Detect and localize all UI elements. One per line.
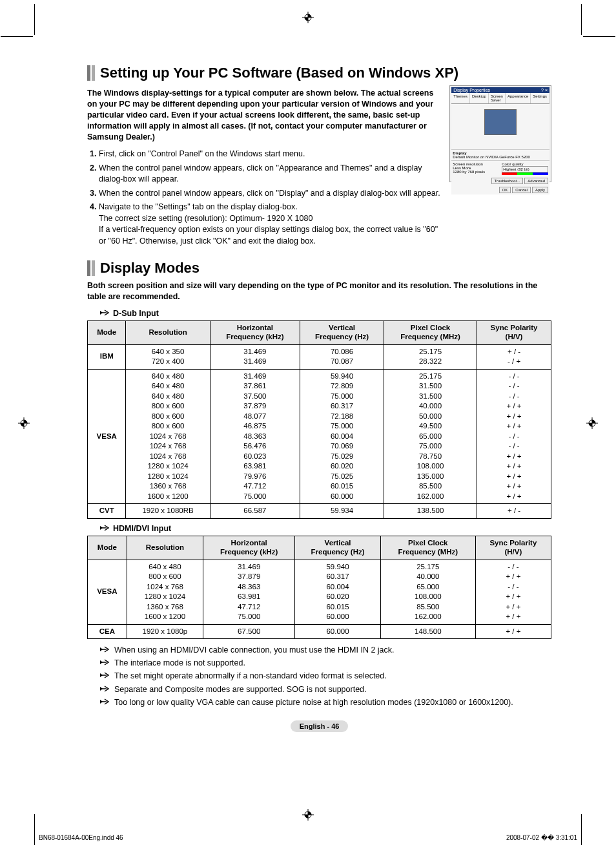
col-header: Vertical Frequency (Hz) <box>300 321 384 345</box>
registration-mark-icon <box>302 809 314 823</box>
col-header: Vertical Frequency (Hz) <box>295 536 381 560</box>
col-header: Mode <box>88 536 127 560</box>
dsub-table: ModeResolutionHorizontal Frequency (kHz)… <box>87 320 551 519</box>
data-cell: 59.94060.31760.00460.02060.01560.000 <box>295 560 381 624</box>
note-item: The interlace mode is not supported. <box>100 657 551 669</box>
step-item: Navigate to the "Settings" tab on the di… <box>99 202 442 247</box>
step-item: When the control panel window appears, c… <box>99 188 442 200</box>
data-cell: 1920 x 1080RB <box>126 504 210 519</box>
col-header: Sync Polarity (H/V) <box>475 536 551 560</box>
data-cell: + / -- / + <box>477 344 551 369</box>
data-cell: 25.17531.50031.50040.00050.00049.50065.0… <box>384 369 477 504</box>
notes-list: When using an HDMI/DVI cable connection,… <box>100 644 551 708</box>
data-cell: 59.94072.80975.00060.31772.18875.00060.0… <box>300 369 384 504</box>
hdmi-table: ModeResolutionHorizontal Frequency (kHz)… <box>87 536 551 639</box>
arrow-icon <box>100 524 109 533</box>
arrow-icon <box>100 309 109 318</box>
data-cell: 31.46931.469 <box>210 344 300 369</box>
step-item: When the control panel window appears, c… <box>99 163 442 185</box>
steps-list: First, click on "Control Panel" on the W… <box>87 149 442 247</box>
data-cell: - / -- / -- / -+ / ++ / ++ / +- / -- / -… <box>477 369 551 504</box>
data-cell: 31.46937.86137.50037.87948.07746.87548.3… <box>210 369 300 504</box>
mode-cell: VESA <box>88 369 126 504</box>
data-cell: 1920 x 1080p <box>127 624 203 639</box>
data-cell: 640 x 480640 x 480640 x 480800 x 600800 … <box>126 369 210 504</box>
data-cell: 66.587 <box>210 504 300 519</box>
col-header: Sync Polarity (H/V) <box>477 321 551 345</box>
note-item: When using an HDMI/DVI cable connection,… <box>100 644 551 656</box>
mode-cell: CEA <box>88 624 127 639</box>
data-cell: - / -+ / +- / -+ / ++ / ++ / + <box>475 560 551 624</box>
data-cell: 640 x 480800 x 6001024 x 7681280 x 10241… <box>127 560 203 624</box>
intro-text: The Windows display-settings for a typic… <box>87 88 442 142</box>
section-marker-icon <box>87 260 95 276</box>
data-cell: 640 x 350720 x 400 <box>126 344 210 369</box>
col-header: Pixel Clock Frequency (MHz) <box>384 321 477 345</box>
hdmi-heading: HDMI/DVI Input <box>100 524 551 533</box>
data-cell: 25.17528.322 <box>384 344 477 369</box>
data-cell: + / + <box>475 624 551 639</box>
arrow-icon <box>100 670 109 682</box>
note-item: The set might operate abnormally if a no… <box>100 670 551 682</box>
registration-mark-icon <box>302 12 314 26</box>
arrow-icon <box>100 697 109 708</box>
mode-cell: CVT <box>88 504 126 519</box>
col-header: Resolution <box>126 321 210 345</box>
note-item: Too long or low quality VGA cable can ca… <box>100 697 551 708</box>
dsub-heading: D-Sub Input <box>100 309 551 318</box>
data-cell: + / - <box>477 504 551 519</box>
arrow-icon <box>100 644 109 656</box>
data-cell: 70.08670.087 <box>300 344 384 369</box>
data-cell: 67.500 <box>203 624 295 639</box>
col-header: Resolution <box>127 536 203 560</box>
display-properties-screenshot: Display Properties? × ThemesDesktopScree… <box>449 85 551 182</box>
section2-intro: Both screen position and size will vary … <box>87 280 551 302</box>
registration-mark-icon <box>586 417 598 432</box>
col-header: Pixel Clock Frequency (MHz) <box>380 536 475 560</box>
col-header: Horizontal Frequency (kHz) <box>210 321 300 345</box>
doc-id: BN68-01684A-00Eng.indd 46 <box>39 834 123 841</box>
col-header: Mode <box>88 321 126 345</box>
col-header: Horizontal Frequency (kHz) <box>203 536 295 560</box>
section-title: Setting up Your PC Software (Based on Wi… <box>100 65 458 81</box>
registration-mark-icon <box>18 417 30 432</box>
data-cell: 31.46937.87948.36363.98147.71275.000 <box>203 560 295 624</box>
arrow-icon <box>100 684 109 695</box>
mode-cell: VESA <box>88 560 127 624</box>
data-cell: 25.17540.00065.000108.00085.500162.000 <box>380 560 475 624</box>
mode-cell: IBM <box>88 344 126 369</box>
data-cell: 59.934 <box>300 504 384 519</box>
data-cell: 138.500 <box>384 504 477 519</box>
section-marker-icon <box>87 65 95 81</box>
step-item: First, click on "Control Panel" on the W… <box>99 149 442 160</box>
page-number-pill: English - 46 <box>87 720 551 732</box>
arrow-icon <box>100 657 109 669</box>
data-cell: 148.500 <box>380 624 475 639</box>
data-cell: 60.000 <box>295 624 381 639</box>
note-item: Separate and Composite modes are support… <box>100 684 551 695</box>
section-title: Display Modes <box>100 260 200 277</box>
print-timestamp: 2008-07-02 �� 3:31:01 <box>506 834 577 841</box>
